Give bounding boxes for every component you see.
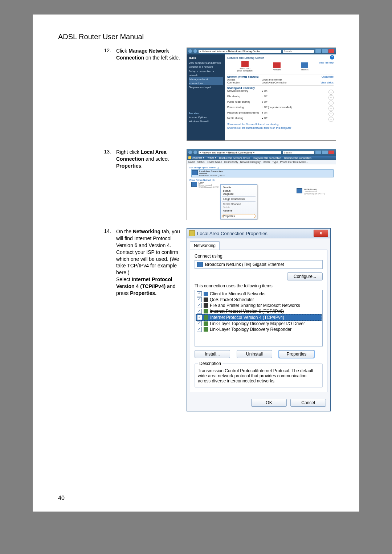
task-link[interactable]: View computers and devices [189, 61, 223, 65]
network-adapter-icon [191, 182, 197, 187]
checkbox-icon[interactable]: ✓ [197, 291, 202, 296]
maximize-button[interactable] [322, 49, 328, 53]
network-adapter-icon [192, 170, 198, 175]
footer-link[interactable]: Show me all the files and folders I am s… [227, 123, 334, 126]
tasks-pane: Tasks View computers and devices Connect… [187, 54, 225, 140]
ctx-bridge[interactable]: Bridge Connections [222, 197, 256, 201]
network-icon [273, 62, 281, 68]
column-headers: Name Status Device Name Connectivity Net… [187, 160, 336, 164]
sharing-heading: Sharing and Discovery [227, 87, 255, 89]
adapter-field: Broadcom NetLink (TM) Gigabit Ethernet [195, 260, 323, 269]
install-button[interactable]: Install... [195, 350, 230, 358]
connection-l2tp[interactable]: L2TPDisconnectedWAN Miniport (L2TP) [191, 182, 334, 188]
task-link[interactable]: Diagnose and repair [189, 85, 223, 89]
checkbox-icon[interactable]: ✓ [197, 315, 202, 320]
ctx-status: Status [222, 189, 256, 192]
step-14: 14. On the Networking tab, you will find… [58, 228, 334, 411]
chevron-down-icon[interactable]: ⌄ [328, 100, 334, 106]
configure-button[interactable]: Configure... [287, 272, 323, 280]
help-icon[interactable]: ? [330, 55, 334, 59]
close-button[interactable] [328, 151, 334, 154]
chevron-down-icon[interactable]: ⌄ [328, 95, 334, 100]
footer-link[interactable]: Show me all the shared network folders o… [227, 127, 334, 129]
forward-button[interactable] [193, 151, 197, 154]
customize-link[interactable]: Customize [322, 75, 334, 78]
minimize-button[interactable] [315, 49, 321, 53]
search-input[interactable]: Search [283, 151, 314, 154]
ctx-rename[interactable]: Rename [222, 209, 256, 212]
views-menu[interactable]: Views ▾ [207, 156, 216, 159]
checkbox-icon[interactable]: ✓ [197, 309, 202, 314]
back-button[interactable] [188, 49, 192, 53]
task-link-manage-network-connections[interactable]: Manage network connections [189, 77, 223, 85]
items-label: This connection uses the following items… [195, 283, 323, 288]
document-page: ADSL Router User Manual 12. Click Manage… [33, 15, 359, 512]
connect-using-label: Connect using: [195, 254, 323, 259]
network-adapter-icon [197, 262, 203, 267]
search-input[interactable]: Search [283, 50, 314, 53]
back-button[interactable] [188, 151, 192, 154]
printer-icon [204, 303, 208, 308]
list-item[interactable]: ✓Link-Layer Topology Discovery Mapper I/… [196, 321, 322, 327]
organize-menu[interactable]: Organize ▾ [188, 156, 204, 159]
checkbox-icon[interactable]: ✓ [197, 303, 202, 308]
list-item-ipv4-selected[interactable]: ✓Internet Protocol Version 4 (TCP/IPv4) [196, 314, 322, 321]
page-title: ADSL Router User Manual [58, 33, 334, 41]
window-titlebar: « Network and Internet » Network Connect… [187, 149, 336, 156]
ctx-diagnose[interactable]: Diagnose [222, 192, 256, 196]
address-bar[interactable]: « Network and Internet » Network Connect… [199, 151, 281, 154]
chevron-down-icon[interactable]: ⌄ [328, 106, 334, 111]
close-button[interactable] [328, 49, 334, 53]
dialog-titlebar: Local Area Connection Properties x [187, 229, 330, 238]
step-number: 12. [102, 48, 111, 53]
cancel-button[interactable]: Cancel [290, 399, 326, 407]
step-12: 12. Click Manage Network Connection on t… [58, 48, 334, 141]
ctx-properties[interactable]: Properties [222, 214, 256, 218]
connection-local-area[interactable]: Local Area ConnectionNetworkBroadcom Net… [191, 169, 334, 177]
checkbox-icon[interactable]: ✓ [197, 321, 202, 326]
list-item[interactable]: ✓File and Printer Sharing for Microsoft … [196, 303, 322, 308]
ctx-disable[interactable]: Disable [222, 186, 256, 189]
ctx-shortcut[interactable]: Create Shortcut [222, 202, 256, 206]
diagnose-button[interactable]: Diagnose this connection [253, 157, 281, 159]
network-adapter-icon [297, 188, 302, 193]
computer-icon [241, 61, 249, 67]
chevron-down-icon[interactable]: ⌄ [328, 111, 334, 116]
tab-networking[interactable]: Networking [190, 241, 220, 250]
list-item[interactable]: ✓Link-Layer Topology Discovery Responder [196, 327, 322, 332]
close-button[interactable]: x [314, 230, 328, 237]
list-item-ipv6[interactable]: ✓Internet Protocol Version 6 (TCP/IPv6) [196, 308, 322, 314]
see-also-link[interactable]: Internet Options [189, 115, 223, 119]
rename-button[interactable]: Rename this connection [284, 157, 311, 159]
window-titlebar: « Network and Internet » Network and Sha… [187, 48, 336, 54]
checkbox-icon[interactable]: ✓ [197, 297, 202, 302]
group-vpn: Virtual Private Network (2) [189, 179, 334, 181]
disable-device-button[interactable]: Disable this network device [219, 157, 250, 159]
maximize-button[interactable] [322, 151, 328, 154]
uninstall-button[interactable]: Uninstall [237, 350, 272, 358]
content-title: Network and Sharing Center [227, 56, 334, 59]
task-link[interactable]: Connect to a network [189, 65, 223, 69]
screenshot-connection-properties: Local Area Connection Properties x Netwo… [187, 228, 331, 411]
forward-button[interactable] [193, 49, 197, 53]
toolbar: Organize ▾ Views ▾ Disable this network … [187, 156, 336, 160]
chevron-down-icon[interactable]: ⌄ [328, 90, 334, 95]
connection-pptp[interactable]: PPTP(Nortel)DisconnectedWAN Miniport (PP… [297, 188, 325, 195]
list-item[interactable]: ✓Client for Microsoft Networks [196, 291, 322, 297]
window-controls [315, 49, 334, 53]
task-link[interactable]: Set up a connection or network [189, 69, 223, 77]
checkbox-icon[interactable]: ✓ [197, 327, 202, 332]
minimize-button[interactable] [315, 151, 321, 154]
address-bar[interactable]: « Network and Internet » Network and Sha… [199, 50, 281, 53]
protocol-icon [204, 309, 208, 313]
chevron-down-icon[interactable]: ⌄ [328, 117, 334, 122]
properties-button[interactable]: Properties [279, 350, 314, 358]
see-also-link[interactable]: Windows Firewall [189, 119, 223, 123]
step-13: 13. Right click Local Area Connection an… [58, 149, 334, 220]
view-full-map-link[interactable]: View full map [318, 61, 334, 64]
list-item[interactable]: ✓QoS Packet Scheduler [196, 297, 322, 303]
client-icon [204, 292, 208, 296]
ok-button[interactable]: OK [251, 399, 287, 407]
view-status-link[interactable]: View status [320, 81, 334, 84]
components-listbox[interactable]: ✓Client for Microsoft Networks ✓QoS Pack… [195, 290, 323, 346]
